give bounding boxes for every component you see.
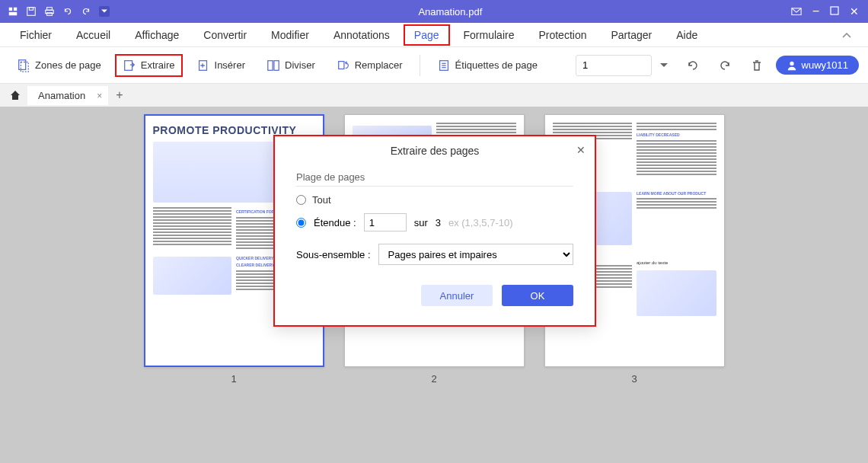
insert-label: Insérer <box>215 59 245 71</box>
cancel-button[interactable]: Annuler <box>421 285 493 306</box>
split-button[interactable]: Diviser <box>259 54 323 77</box>
menu-formulaire[interactable]: Formulaire <box>453 24 525 46</box>
document-tab-bar: Anamation × + <box>0 84 868 107</box>
page-number-1: 1 <box>231 373 236 385</box>
app-logo-icon <box>8 6 18 17</box>
svg-rect-0 <box>9 8 12 11</box>
svg-rect-14 <box>268 60 273 70</box>
minimize-button[interactable]: − <box>812 5 819 18</box>
range-sur-label: sur <box>414 217 428 228</box>
document-tab[interactable]: Anamation × <box>27 86 108 105</box>
close-button[interactable]: ✕ <box>850 5 859 18</box>
svg-rect-9 <box>831 7 838 14</box>
subset-label: Sous-ensemble : <box>296 249 371 260</box>
svg-rect-15 <box>274 60 279 70</box>
svg-rect-11 <box>21 62 28 72</box>
zones-button[interactable]: Zones de page <box>9 54 109 77</box>
window-title: Anamation.pdf <box>110 6 791 18</box>
rotate-ccw-icon[interactable] <box>687 59 699 72</box>
svg-rect-16 <box>338 61 343 69</box>
svg-rect-10 <box>19 59 26 69</box>
radio-range[interactable] <box>296 218 306 228</box>
svg-rect-1 <box>14 8 17 11</box>
page-number-3: 3 <box>631 373 637 385</box>
split-label: Diviser <box>285 59 315 71</box>
page-dropdown-icon[interactable] <box>658 59 670 72</box>
delete-icon[interactable] <box>751 59 763 72</box>
document-tab-label: Anamation <box>38 90 85 101</box>
ok-button[interactable]: OK <box>502 285 573 306</box>
save-icon[interactable] <box>26 6 37 17</box>
page-number-2: 2 <box>431 373 436 385</box>
title-bar: Anamation.pdf − ✕ <box>0 0 868 23</box>
menu-bar: Fichier Accueil Affichage Convertir Modi… <box>0 23 868 47</box>
replace-button[interactable]: Remplacer <box>329 54 410 77</box>
dropdown-toggle-icon[interactable] <box>99 6 110 17</box>
extract-pages-dialog: Extraire des pages ✕ Plage de pages Tout… <box>273 135 596 327</box>
user-name: wuwy1011 <box>802 59 848 71</box>
radio-range-label: Étendue : <box>314 217 356 228</box>
thumb3-h2: LEARN MORE ABOUT OUR PRODUCT <box>637 191 716 196</box>
menu-accueil[interactable]: Accueil <box>65 24 121 46</box>
extract-label: Extraire <box>141 59 175 71</box>
menu-modifier[interactable]: Modifier <box>260 24 320 46</box>
svg-rect-4 <box>29 8 33 11</box>
collapse-ribbon-icon[interactable] <box>834 24 859 46</box>
menu-protection[interactable]: Protection <box>528 24 597 46</box>
redo-icon[interactable] <box>81 6 91 17</box>
range-total: 3 <box>436 217 441 228</box>
maximize-button[interactable] <box>830 6 839 18</box>
insert-button[interactable]: Insérer <box>189 54 253 77</box>
dialog-title: Extraire des pages <box>391 145 480 157</box>
rotate-cw-icon[interactable] <box>719 59 731 72</box>
tab-close-icon[interactable]: × <box>97 91 102 101</box>
user-account-button[interactable]: wuwy1011 <box>776 56 859 75</box>
radio-all-label: Tout <box>312 194 331 206</box>
toolbar-separator <box>420 55 420 76</box>
page-range-section-label: Plage de pages <box>296 171 573 187</box>
page-labels-button[interactable]: Étiquettes de page <box>429 54 545 77</box>
thumb3-note: ajouter du texte <box>637 260 716 267</box>
svg-point-21 <box>790 61 793 65</box>
zones-label: Zones de page <box>35 59 101 71</box>
radio-all[interactable] <box>296 195 306 205</box>
thumb3-h1: LIABILITY DECREASED <box>637 133 716 138</box>
page-labels-label: Étiquettes de page <box>455 59 538 71</box>
svg-rect-12 <box>124 60 132 70</box>
menu-page[interactable]: Page <box>404 24 450 46</box>
menu-annotations[interactable]: Annotations <box>323 24 400 46</box>
mail-icon[interactable] <box>791 6 802 17</box>
extract-button[interactable]: Extraire <box>115 54 183 77</box>
svg-rect-7 <box>47 13 53 16</box>
replace-label: Remplacer <box>355 59 403 71</box>
menu-aide[interactable]: Aide <box>665 24 708 46</box>
subset-select[interactable]: Pages paires et impaires <box>378 244 573 265</box>
user-icon <box>787 60 797 71</box>
add-tab-button[interactable]: + <box>116 88 123 102</box>
print-icon[interactable] <box>44 6 55 17</box>
dialog-close-icon[interactable]: ✕ <box>576 144 586 156</box>
home-tab-icon[interactable] <box>8 88 23 103</box>
menu-affichage[interactable]: Affichage <box>124 24 190 46</box>
undo-icon[interactable] <box>62 6 73 17</box>
menu-fichier[interactable]: Fichier <box>9 24 62 46</box>
svg-rect-3 <box>27 8 36 16</box>
menu-convertir[interactable]: Convertir <box>193 24 257 46</box>
page-toolbar: Zones de page Extraire Insérer Diviser R… <box>0 47 868 84</box>
menu-partager[interactable]: Partager <box>600 24 662 46</box>
svg-rect-2 <box>9 12 18 15</box>
range-hint: ex (1,3,5,7-10) <box>448 217 513 228</box>
range-value-input[interactable] <box>364 213 407 232</box>
page-number-input[interactable] <box>576 55 652 76</box>
